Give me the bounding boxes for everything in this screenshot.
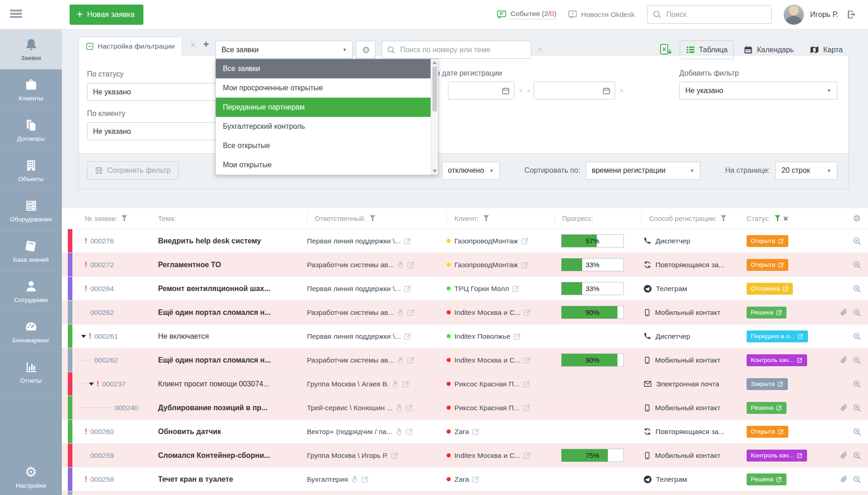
status-badge[interactable]: Решена	[747, 307, 786, 319]
clear-filter-icon[interactable]: ✖	[783, 215, 789, 222]
clear-date-icon[interactable]: ×	[619, 86, 624, 95]
ticket-number-link[interactable]: 000237	[102, 380, 126, 388]
edit-icon[interactable]	[406, 404, 414, 412]
filter-preset-gear-button[interactable]: ⚙	[356, 41, 376, 59]
edit-icon[interactable]	[513, 332, 521, 340]
edit-icon[interactable]	[361, 475, 369, 483]
add-tab-icon[interactable]: +	[203, 39, 209, 50]
status-badge[interactable]: Контроль кач...	[747, 354, 807, 366]
zoom-in-icon[interactable]	[853, 261, 861, 269]
hand-icon[interactable]	[397, 308, 404, 316]
ticket-theme[interactable]: Течет кран в туалете	[158, 475, 307, 484]
user-name[interactable]: Игорь Р.	[810, 10, 838, 19]
sidebar-item-equipment[interactable]: Оборудование	[0, 191, 62, 231]
hand-icon[interactable]	[396, 428, 403, 435]
close-tab-icon[interactable]: ×	[190, 40, 195, 49]
dropdown-option[interactable]: Мои открытые	[216, 155, 431, 175]
edit-icon[interactable]	[404, 237, 412, 245]
status-badge[interactable]: Открыта	[747, 259, 788, 271]
sidebar-item-person[interactable]: Сотрудники	[0, 271, 62, 312]
hamburger-menu-icon[interactable]	[10, 10, 22, 19]
dropdown-option[interactable]: Переданные партнерам	[216, 98, 431, 117]
ticket-number-link[interactable]: 000240	[115, 404, 138, 412]
paperclip-icon[interactable]	[840, 404, 848, 412]
ticket-number-link[interactable]: 000258	[90, 475, 114, 484]
filter-funnel-icon[interactable]	[483, 215, 489, 222]
dropdown-option[interactable]: Все открытые	[216, 136, 431, 155]
zoom-in-icon[interactable]	[853, 380, 861, 388]
ticket-number-link[interactable]: 000276	[90, 237, 114, 245]
paperclip-icon[interactable]	[840, 451, 848, 460]
logout-icon[interactable]	[846, 9, 857, 20]
ticket-number-link[interactable]: 000260	[90, 428, 114, 436]
zoom-in-icon[interactable]	[853, 332, 861, 341]
ticket-number-link[interactable]: 000272	[90, 261, 114, 269]
edit-icon[interactable]	[472, 475, 480, 483]
dropdown-scrollbar[interactable]	[431, 59, 438, 175]
edit-icon[interactable]	[521, 261, 529, 269]
sort-select[interactable]: времени регистрации ▼	[586, 162, 700, 180]
ticket-theme[interactable]: Клиент просит помощи 003074...	[158, 380, 307, 388]
ticket-theme[interactable]: Внедрить help desk систему	[158, 237, 307, 245]
ticket-theme[interactable]: Ещё один портал сломался н...	[158, 356, 307, 364]
ticket-search-input[interactable]	[400, 46, 526, 54]
view-map-button[interactable]: Карта	[804, 40, 849, 59]
filter-settings-tab[interactable]: Настройка фильтрации	[78, 37, 182, 55]
edit-icon[interactable]	[524, 308, 531, 316]
edit-icon[interactable]	[521, 237, 529, 245]
ticket-number-link[interactable]: 000262	[94, 356, 118, 364]
news-link[interactable]: Новости Okdesk	[568, 10, 635, 20]
filter-preset-select[interactable]: Все заявки ▼	[215, 41, 353, 59]
filter-funnel-icon[interactable]	[721, 215, 726, 222]
zoom-in-icon[interactable]	[853, 356, 861, 364]
paperclip-icon[interactable]	[840, 356, 848, 364]
edit-icon[interactable]	[523, 404, 531, 412]
sidebar-item-building[interactable]: Объекты	[0, 150, 62, 191]
filter-funnel-icon[interactable]	[121, 215, 127, 222]
dropdown-option[interactable]: Бухгалтерский контроль	[216, 117, 431, 136]
add-filter-select[interactable]: Не указано ▼	[679, 82, 837, 99]
view-table-button[interactable]: Таблица	[680, 40, 734, 59]
collapse-minus-icon[interactable]	[86, 43, 93, 50]
zoom-in-icon[interactable]	[853, 428, 861, 436]
edit-icon[interactable]	[404, 285, 412, 292]
edit-icon[interactable]	[407, 261, 415, 269]
table-settings-gear-icon[interactable]: ⚙	[853, 213, 861, 224]
clear-date-icon[interactable]: ×	[519, 86, 523, 95]
edit-icon[interactable]	[406, 428, 414, 435]
dropdown-option[interactable]: Мои просроченные открытые	[216, 78, 431, 98]
hand-icon[interactable]	[397, 261, 404, 269]
hand-icon[interactable]	[392, 380, 399, 388]
autorefresh-select[interactable]: отключено ▼	[442, 162, 500, 180]
ticket-number-link[interactable]: 000259	[90, 451, 114, 460]
client-filter-select[interactable]: Не указано ▼	[87, 122, 224, 140]
view-calendar-button[interactable]: Календарь	[738, 40, 800, 59]
ticket-number-link[interactable]: 000264	[90, 285, 114, 293]
edit-icon[interactable]	[523, 380, 531, 388]
status-badge[interactable]: Контроль кач...	[747, 450, 807, 462]
global-search-input[interactable]	[666, 11, 767, 19]
scroll-up-icon[interactable]	[432, 61, 437, 64]
zoom-in-icon[interactable]	[853, 475, 861, 484]
hand-icon[interactable]	[397, 356, 404, 364]
sidebar-item-bell[interactable]: Заявки	[0, 29, 62, 70]
edit-icon[interactable]	[407, 356, 415, 364]
clear-search-icon[interactable]: ×	[537, 45, 542, 55]
zoom-in-icon[interactable]	[853, 451, 861, 460]
sidebar-item-gauge[interactable]: Бенчмаркинг	[0, 312, 62, 352]
ticket-theme[interactable]: Сломался Контейнер-сборни...	[158, 451, 307, 460]
filter-funnel-icon[interactable]	[370, 215, 376, 222]
scroll-thumb[interactable]	[432, 66, 437, 111]
edit-icon[interactable]	[524, 451, 531, 459]
ticket-theme[interactable]: Обновить датчик	[158, 428, 307, 436]
edit-icon[interactable]	[391, 451, 399, 459]
expand-chevron-icon[interactable]	[81, 335, 86, 338]
status-badge[interactable]: Закрыта	[747, 378, 788, 390]
edit-icon[interactable]	[512, 285, 520, 292]
status-badge[interactable]: Отложена	[747, 283, 793, 295]
user-avatar[interactable]	[784, 5, 804, 25]
ticket-theme[interactable]: Не включается	[158, 332, 307, 341]
save-filter-button[interactable]: Сохранить фильтр	[87, 161, 179, 180]
ticket-theme[interactable]: Ещё один портал сломался н...	[158, 308, 307, 317]
ticket-theme[interactable]: Регламентное ТО	[158, 261, 307, 269]
